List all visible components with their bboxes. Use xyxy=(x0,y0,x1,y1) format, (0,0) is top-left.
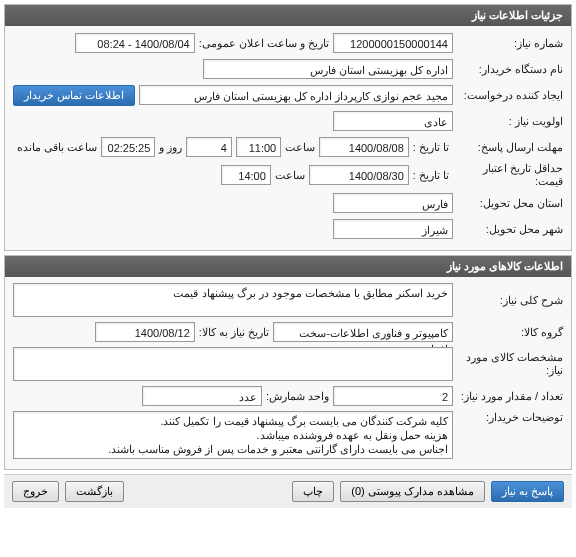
row-buyer-notes: توضیحات خریدار: کلیه شرکت کنندگان می بای… xyxy=(13,411,563,459)
need-no-value: 1200000150000144 xyxy=(333,33,453,53)
credit-time-value: 14:00 xyxy=(221,165,271,185)
row-qty: تعداد / مقدار مورد نیاز: 2 واحد شمارش: ع… xyxy=(13,385,563,407)
exit-button[interactable]: خروج xyxy=(12,481,59,502)
respond-to-need-button[interactable]: پاسخ به نیاز xyxy=(491,481,564,502)
need-details-header: جزئیات اطلاعات نیاز xyxy=(5,5,571,26)
needed-goods-header: اطلاعات کالاهای مورد نیاز xyxy=(5,256,571,277)
province-label: استان محل تحویل: xyxy=(453,197,563,210)
qty-value: 2 xyxy=(333,386,453,406)
group-value: کامپیوتر و فناوری اطلاعات-سخت افزار xyxy=(273,322,453,342)
row-need-no: شماره نیاز: 1200000150000144 تاریخ و ساع… xyxy=(13,32,563,54)
specs-label: مشخصات کالای مورد نیاز: xyxy=(453,351,563,377)
city-value: شیراز xyxy=(333,219,453,239)
min-credit-label: حداقل تاریخ اعتبار قیمت: xyxy=(453,162,563,188)
days-remaining-value: 4 xyxy=(186,137,231,157)
print-button[interactable]: چاپ xyxy=(292,481,334,502)
buyer-notes-value: کلیه شرکت کنندگان می بایست برگ پیشنهاد ق… xyxy=(13,411,453,459)
need-date-value: 1400/08/12 xyxy=(95,322,195,342)
to-date-label-1: تا تاریخ : xyxy=(413,141,449,154)
needed-goods-panel: اطلاعات کالاهای مورد نیاز شرح کلی نیاز: … xyxy=(4,255,572,470)
to-date-label-2: تا تاریخ : xyxy=(413,169,449,182)
group-label: گروه کالا: xyxy=(453,326,563,339)
qty-label: تعداد / مقدار مورد نیاز: xyxy=(453,390,563,403)
button-bar: پاسخ به نیاز مشاهده مدارک پیوستی (0) چاپ… xyxy=(4,474,572,508)
creator-label: ایجاد کننده درخواست: xyxy=(453,89,563,102)
row-province: استان محل تحویل: فارس xyxy=(13,192,563,214)
need-date-label: تاریخ نیاز به کالا: xyxy=(199,326,269,339)
unit-value: عدد xyxy=(142,386,262,406)
buyer-notes-label: توضیحات خریدار: xyxy=(453,411,563,424)
row-desc: شرح کلی نیاز: خرید اسکنر مطابق با مشخصات… xyxy=(13,283,563,317)
view-attachments-button[interactable]: مشاهده مدارک پیوستی (0) xyxy=(340,481,485,502)
specs-value xyxy=(13,347,453,381)
buyer-org-value: اداره کل بهزیستی استان فارس xyxy=(203,59,453,79)
time-label-1: ساعت xyxy=(285,141,315,154)
priority-value: عادی xyxy=(333,111,453,131)
needed-goods-body: شرح کلی نیاز: خرید اسکنر مطابق با مشخصات… xyxy=(5,277,571,469)
buyer-org-label: نام دستگاه خریدار: xyxy=(453,63,563,76)
back-button[interactable]: بازگشت xyxy=(65,481,124,502)
province-value: فارس xyxy=(333,193,453,213)
button-bar-spacer xyxy=(130,481,286,502)
countdown-value: 02:25:25 xyxy=(101,137,155,157)
remaining-text: ساعت باقی مانده xyxy=(17,141,97,154)
row-city: شهر محل تحویل: شیراز xyxy=(13,218,563,240)
public-ann-value: 1400/08/04 - 08:24 xyxy=(75,33,195,53)
deadline-time-value: 11:00 xyxy=(236,137,281,157)
credit-date-value: 1400/08/30 xyxy=(309,165,409,185)
row-priority: اولویت نیاز : عادی xyxy=(13,110,563,132)
days-and-label: روز و xyxy=(159,141,182,154)
desc-label: شرح کلی نیاز: xyxy=(453,294,563,307)
priority-label: اولویت نیاز : xyxy=(453,115,563,128)
row-buyer-org: نام دستگاه خریدار: اداره کل بهزیستی استا… xyxy=(13,58,563,80)
city-label: شهر محل تحویل: xyxy=(453,223,563,236)
row-min-credit: حداقل تاریخ اعتبار قیمت: تا تاریخ : 1400… xyxy=(13,162,563,188)
creator-value: مجید عجم نوازی کارپرداز اداره کل بهزیستی… xyxy=(139,85,453,105)
row-deadline: مهلت ارسال پاسخ: تا تاریخ : 1400/08/08 س… xyxy=(13,136,563,158)
row-specs: مشخصات کالای مورد نیاز: xyxy=(13,347,563,381)
row-creator: ایجاد کننده درخواست: مجید عجم نوازی کارپ… xyxy=(13,84,563,106)
need-no-label: شماره نیاز: xyxy=(453,37,563,50)
need-details-panel: جزئیات اطلاعات نیاز شماره نیاز: 12000001… xyxy=(4,4,572,251)
time-label-2: ساعت xyxy=(275,169,305,182)
deadline-label: مهلت ارسال پاسخ: xyxy=(453,141,563,154)
buyer-contact-button[interactable]: اطلاعات تماس خریدار xyxy=(13,85,135,106)
deadline-date-value: 1400/08/08 xyxy=(319,137,409,157)
row-group: گروه کالا: کامپیوتر و فناوری اطلاعات-سخت… xyxy=(13,321,563,343)
public-ann-label: تاریخ و ساعت اعلان عمومی: xyxy=(199,37,329,50)
need-details-body: شماره نیاز: 1200000150000144 تاریخ و ساع… xyxy=(5,26,571,250)
desc-value: خرید اسکنر مطابق با مشخصات موجود در برگ … xyxy=(13,283,453,317)
unit-label: واحد شمارش: xyxy=(266,390,329,403)
